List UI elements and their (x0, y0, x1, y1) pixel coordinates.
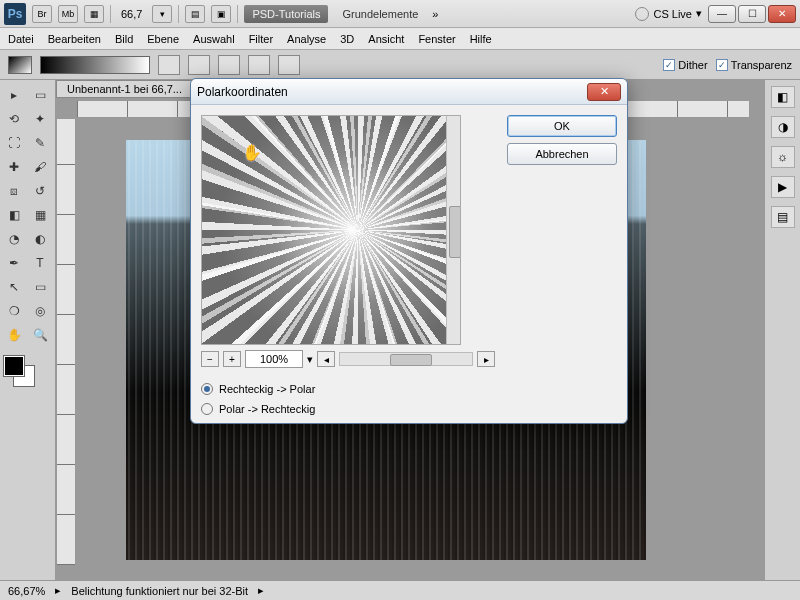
eraser-tool[interactable]: ◧ (2, 204, 26, 226)
wand-tool[interactable]: ✦ (28, 108, 52, 130)
menu-bar: Datei Bearbeiten Bild Ebene Auswahl Filt… (0, 28, 800, 50)
screen-icon[interactable]: ▣ (211, 5, 231, 23)
preview[interactable] (201, 115, 461, 345)
hand-tool[interactable]: ✋ (2, 324, 26, 346)
status-bar: 66,67% ▸ Belichtung funktioniert nur bei… (0, 580, 800, 600)
close-button[interactable]: ✕ (768, 5, 796, 23)
title-bar: Ps Br Mb ▦ 66,7 ▾ ▤ ▣ PSD-Tutorials Grun… (0, 0, 800, 28)
minimize-button[interactable]: — (708, 5, 736, 23)
zoom-dropdown-icon[interactable]: ▾ (307, 353, 313, 366)
menu-3d[interactable]: 3D (340, 33, 354, 45)
gradient-radial-icon[interactable] (188, 55, 210, 75)
menu-ansicht[interactable]: Ansicht (368, 33, 404, 45)
move-tool[interactable]: ▸ (2, 84, 26, 106)
gradient-tool[interactable]: ▦ (28, 204, 52, 226)
blur-tool[interactable]: ◔ (2, 228, 26, 250)
workspace-tab-active[interactable]: PSD-Tutorials (244, 5, 328, 23)
color-swatches[interactable] (2, 356, 32, 386)
ps-logo: Ps (4, 3, 26, 25)
arrange-icon[interactable]: ▤ (185, 5, 205, 23)
foreground-swatch[interactable] (4, 356, 24, 376)
zoom-display[interactable]: 66,7 (117, 8, 146, 20)
tool-preset-icon[interactable] (8, 56, 32, 74)
status-msg: Belichtung funktioniert nur bei 32-Bit (71, 585, 248, 597)
workspace-tab[interactable]: Grundelemente (334, 5, 426, 23)
cancel-button[interactable]: Abbrechen (507, 143, 617, 165)
menu-ebene[interactable]: Ebene (147, 33, 179, 45)
pen-tool[interactable]: ✒ (2, 252, 26, 274)
panel-channels-icon[interactable]: ◑ (771, 116, 795, 138)
toolbox: ▸▭ ⟲✦ ⛶✎ ✚🖌 ⧇↺ ◧▦ ◔◐ ✒T ↖▭ ❍◎ ✋🔍 (0, 80, 56, 580)
bridge-icon[interactable]: Br (32, 5, 52, 23)
dither-checkbox[interactable]: ✓Dither (663, 59, 707, 71)
eyedropper-tool[interactable]: ✎ (28, 132, 52, 154)
zoom-tool[interactable]: 🔍 (28, 324, 52, 346)
viewmode-icon[interactable]: ▦ (84, 5, 104, 23)
dialog-title: Polarkoordinaten (197, 85, 587, 99)
dialog-titlebar[interactable]: Polarkoordinaten ✕ (191, 79, 627, 105)
zoom-in-button[interactable]: + (223, 351, 241, 367)
dodge-tool[interactable]: ◐ (28, 228, 52, 250)
zoom-out-button[interactable]: − (201, 351, 219, 367)
crop-tool[interactable]: ⛶ (2, 132, 26, 154)
menu-bild[interactable]: Bild (115, 33, 133, 45)
status-zoom[interactable]: 66,67% (8, 585, 45, 597)
more-icon[interactable]: » (432, 8, 438, 20)
document-tab[interactable]: Unbenannt-1 bei 66,7... (56, 80, 193, 98)
lasso-tool[interactable]: ⟲ (2, 108, 26, 130)
preview-scrollbar-v[interactable] (446, 116, 460, 344)
zoom-dropdown-icon[interactable]: ▾ (152, 5, 172, 23)
status-chevron2-icon[interactable]: ▸ (258, 584, 264, 597)
gradient-reflected-icon[interactable] (248, 55, 270, 75)
gradient-diamond-icon[interactable] (278, 55, 300, 75)
maximize-button[interactable]: ☐ (738, 5, 766, 23)
right-panels: ◧ ◑ ☼ ▶ ▤ (764, 80, 800, 580)
panel-actions-icon[interactable]: ▤ (771, 206, 795, 228)
zoom-value[interactable]: 100% (245, 350, 303, 368)
scroll-right-button[interactable]: ▸ (477, 351, 495, 367)
menu-hilfe[interactable]: Hilfe (470, 33, 492, 45)
stamp-tool[interactable]: ⧇ (2, 180, 26, 202)
type-tool[interactable]: T (28, 252, 52, 274)
path-tool[interactable]: ↖ (2, 276, 26, 298)
menu-filter[interactable]: Filter (249, 33, 273, 45)
ruler-vertical[interactable] (56, 118, 76, 566)
minibridge-icon[interactable]: Mb (58, 5, 78, 23)
gradient-picker[interactable] (40, 56, 150, 74)
polar-dialog: Polarkoordinaten ✕ − + 100% ▾ ◂ ▸ Rechte… (190, 78, 628, 424)
panel-adjust-icon[interactable]: ☼ (771, 146, 795, 168)
gradient-linear-icon[interactable] (158, 55, 180, 75)
transparenz-checkbox[interactable]: ✓Transparenz (716, 59, 792, 71)
radio-rect-to-polar[interactable]: Rechteckig -> Polar (201, 383, 495, 395)
heal-tool[interactable]: ✚ (2, 156, 26, 178)
ok-button[interactable]: OK (507, 115, 617, 137)
3d-tool[interactable]: ❍ (2, 300, 26, 322)
menu-analyse[interactable]: Analyse (287, 33, 326, 45)
history-tool[interactable]: ↺ (28, 180, 52, 202)
menu-datei[interactable]: Datei (8, 33, 34, 45)
dialog-close-button[interactable]: ✕ (587, 83, 621, 101)
radio-polar-to-rect[interactable]: Polar -> Rechteckig (201, 403, 495, 415)
options-bar: ✓Dither ✓Transparenz (0, 50, 800, 80)
shape-tool[interactable]: ▭ (28, 276, 52, 298)
panel-layers-icon[interactable]: ◧ (771, 86, 795, 108)
brush-tool[interactable]: 🖌 (28, 156, 52, 178)
3dcam-tool[interactable]: ◎ (28, 300, 52, 322)
marquee-tool[interactable]: ▭ (28, 84, 52, 106)
menu-bearbeiten[interactable]: Bearbeiten (48, 33, 101, 45)
panel-history-icon[interactable]: ▶ (771, 176, 795, 198)
menu-auswahl[interactable]: Auswahl (193, 33, 235, 45)
preview-scrollbar-h[interactable] (339, 352, 473, 366)
status-chevron-icon[interactable]: ▸ (55, 584, 61, 597)
gradient-angle-icon[interactable] (218, 55, 240, 75)
menu-fenster[interactable]: Fenster (418, 33, 455, 45)
scroll-left-button[interactable]: ◂ (317, 351, 335, 367)
cs-live[interactable]: CS Live ▾ (635, 7, 702, 21)
